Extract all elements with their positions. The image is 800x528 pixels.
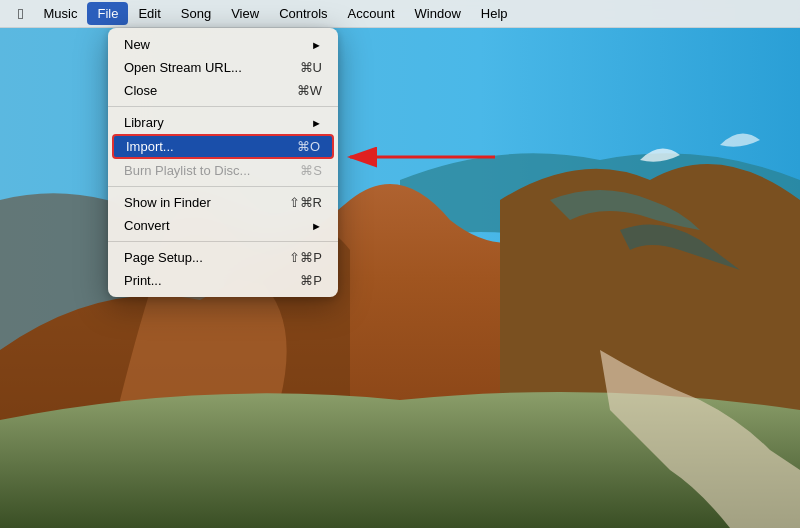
menu-item-page-setup[interactable]: Page Setup... ⇧⌘P <box>108 246 338 269</box>
menu-item-convert[interactable]: Convert ► <box>108 214 338 237</box>
menubar-item-window[interactable]: Window <box>405 2 471 25</box>
menu-item-burn-playlist[interactable]: Burn Playlist to Disc... ⌘S <box>108 159 338 182</box>
menubar-item-help[interactable]: Help <box>471 2 518 25</box>
menubar-item-edit[interactable]: Edit <box>128 2 170 25</box>
menubar-item-music[interactable]: Music <box>33 2 87 25</box>
separator-3 <box>108 241 338 242</box>
menubar:  Music File Edit Song View Controls Acc… <box>0 0 800 28</box>
apple-menu[interactable]:  <box>8 3 33 24</box>
menubar-item-file[interactable]: File <box>87 2 128 25</box>
separator-1 <box>108 106 338 107</box>
separator-2 <box>108 186 338 187</box>
menu-item-library[interactable]: Library ► <box>108 111 338 134</box>
menu-item-show-finder[interactable]: Show in Finder ⇧⌘R <box>108 191 338 214</box>
menubar-item-view[interactable]: View <box>221 2 269 25</box>
menubar-item-controls[interactable]: Controls <box>269 2 337 25</box>
menu-item-open-stream[interactable]: Open Stream URL... ⌘U <box>108 56 338 79</box>
menubar-item-song[interactable]: Song <box>171 2 221 25</box>
file-dropdown-menu: New ► Open Stream URL... ⌘U Close ⌘W Lib… <box>108 28 338 297</box>
menu-item-close[interactable]: Close ⌘W <box>108 79 338 102</box>
menubar-item-account[interactable]: Account <box>338 2 405 25</box>
menu-item-import[interactable]: Import... ⌘O <box>112 134 334 159</box>
menu-item-new[interactable]: New ► <box>108 33 338 56</box>
menu-item-print[interactable]: Print... ⌘P <box>108 269 338 292</box>
